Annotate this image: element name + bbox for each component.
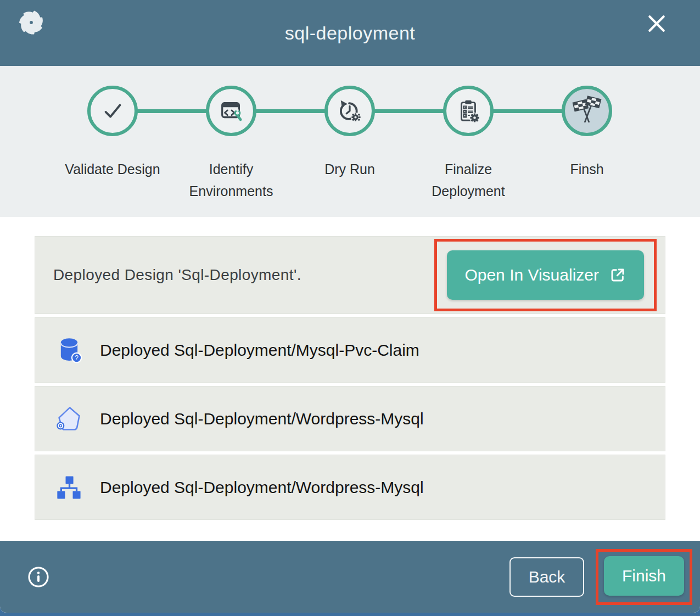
back-button[interactable]: Back	[509, 557, 584, 597]
deployed-item-text: Deployed Sql-Deployment/Mysql-Pvc-Claim	[100, 341, 419, 360]
svg-text:?: ?	[75, 354, 79, 361]
deployment-summary-row: Deployed Design 'Sql-Deployment'. Open I…	[35, 236, 665, 314]
step-label: Finalize Deployment	[418, 158, 518, 202]
app-swirl-logo-icon	[15, 7, 47, 38]
step-label: Identify Environments	[181, 158, 281, 202]
deployment-wizard-dialog: sql-deployment Validate Design	[0, 0, 700, 613]
step-label: Finsh	[537, 158, 637, 180]
hierarchy-icon	[55, 473, 83, 502]
wizard-stepper: Validate Design	[0, 66, 700, 217]
finish-button[interactable]: Finish	[604, 556, 684, 596]
deployed-item-text: Deployed Sql-Deployment/Wordpress-Mysql	[100, 410, 424, 428]
deployed-item-row: Deployed Sql-Deployment/Wordpress-Mysql	[35, 455, 665, 520]
step-label: Dry Run	[300, 158, 400, 180]
close-button[interactable]	[645, 12, 668, 35]
results-panel: Deployed Design 'Sql-Deployment'. Open I…	[0, 217, 700, 520]
annotation-highlight-finish: Finish	[596, 549, 692, 605]
back-button-label: Back	[529, 568, 565, 586]
info-button[interactable]	[27, 566, 49, 588]
clipboard-gear-icon	[456, 98, 481, 124]
dry-run-icon	[337, 98, 362, 124]
deployment-summary-text: Deployed Design 'Sql-Deployment'.	[35, 266, 301, 284]
close-icon	[646, 13, 667, 34]
step-finalize-deployment[interactable]: Finalize Deployment	[409, 86, 528, 202]
check-icon	[100, 98, 125, 124]
dialog-footer: Back Finish	[0, 541, 700, 613]
finish-button-label: Finish	[622, 567, 666, 585]
database-icon: ?	[55, 336, 83, 365]
annotation-highlight-visualizer: Open In Visualizer	[434, 239, 657, 311]
pentagon-icon	[55, 405, 83, 433]
step-finish[interactable]: Finsh	[528, 86, 646, 202]
external-link-icon	[609, 266, 626, 284]
open-in-visualizer-button[interactable]: Open In Visualizer	[447, 250, 644, 300]
open-in-visualizer-label: Open In Visualizer	[464, 266, 599, 284]
step-dry-run[interactable]: Dry Run	[290, 86, 409, 202]
dialog-header: sql-deployment	[0, 0, 700, 66]
finish-flags-icon	[571, 95, 603, 127]
deployed-item-row: Deployed Sql-Deployment/Wordpress-Mysql	[35, 386, 665, 451]
info-icon	[27, 566, 49, 588]
deployed-item-row: ? Deployed Sql-Deployment/Mysql-Pvc-Clai…	[35, 317, 665, 383]
code-wrench-icon	[219, 98, 244, 124]
dialog-title: sql-deployment	[0, 23, 700, 44]
step-identify-environments[interactable]: Identify Environments	[172, 86, 290, 202]
step-validate-design[interactable]: Validate Design	[53, 86, 172, 202]
deployed-item-text: Deployed Sql-Deployment/Wordpress-Mysql	[100, 478, 424, 497]
step-label: Validate Design	[63, 158, 163, 180]
